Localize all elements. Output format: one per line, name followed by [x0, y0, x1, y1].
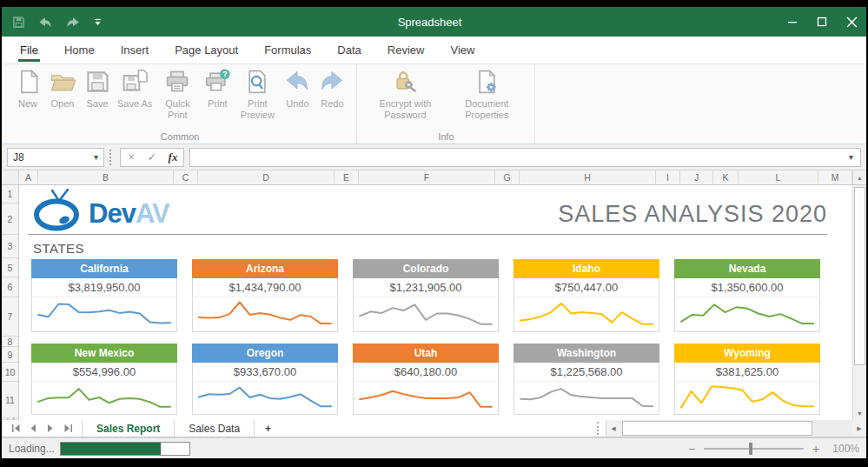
ribbon-new-button[interactable]: New [13, 69, 43, 110]
formula-bar: J8 ▾ × ✓ fx ▾ [2, 144, 866, 170]
ribbon-save-button[interactable]: Save [83, 69, 112, 110]
sparkline-chart [354, 382, 498, 414]
tab-scroll-splitter[interactable] [597, 422, 604, 435]
column-header-k[interactable]: K [713, 170, 739, 185]
row-header-9[interactable]: 9 [2, 347, 19, 363]
column-header-i[interactable]: I [656, 170, 680, 185]
row-header-11[interactable]: 11 [2, 382, 19, 418]
scroll-up-icon[interactable]: ▲ [852, 170, 866, 185]
minimize-button[interactable] [778, 7, 807, 37]
row-header-8[interactable]: 8 [2, 337, 19, 347]
first-sheet-button[interactable] [9, 423, 23, 435]
devav-logo-text: DevAV [89, 198, 169, 230]
state-card-value: $933,670.00 [192, 363, 338, 382]
menu-tab-home[interactable]: Home [51, 37, 108, 63]
menu-tab-formulas[interactable]: Formulas [251, 37, 324, 63]
formula-bar-splitter[interactable] [109, 150, 115, 165]
ribbon-undo-button[interactable]: Undo [282, 69, 312, 110]
menu-tab-insert[interactable]: Insert [108, 37, 162, 63]
state-card-sparkline [674, 297, 820, 332]
namebox-dropdown-icon[interactable]: ▾ [94, 152, 98, 162]
cancel-entry-button[interactable]: × [121, 150, 142, 163]
row-header-7[interactable]: 7 [2, 297, 19, 337]
scroll-left-icon[interactable]: ◀ [606, 420, 620, 437]
formula-input[interactable]: ▾ [189, 148, 861, 167]
ribbon-print-preview-button[interactable]: Print Preview [237, 69, 277, 120]
menu-tab-page-layout[interactable]: Page Layout [162, 37, 251, 63]
quick-save-icon[interactable] [12, 16, 25, 29]
ribbon-save-as-label: Save As [117, 98, 152, 110]
scroll-right-icon[interactable]: ▶ [852, 420, 866, 437]
confirm-entry-button[interactable]: ✓ [142, 150, 162, 163]
previous-sheet-button[interactable] [26, 423, 40, 435]
ribbon-tab-strip: FileHomeInsertPage LayoutFormulasDataRev… [2, 37, 866, 64]
ribbon-print-button[interactable]: ?Print [202, 69, 232, 110]
state-card-value: $3,819,950.00 [31, 278, 177, 297]
quick-redo-icon[interactable] [65, 16, 81, 29]
column-header-l[interactable]: L [739, 170, 818, 185]
customize-toolbar-dropdown-icon[interactable] [93, 17, 103, 27]
zoom-slider-handle[interactable] [749, 443, 752, 455]
vertical-scrollbar-thumb[interactable] [854, 187, 865, 365]
last-sheet-button[interactable] [61, 423, 75, 435]
column-header-g[interactable]: G [495, 170, 520, 185]
row-header-1[interactable]: 1 [2, 185, 19, 203]
column-header-h[interactable]: H [520, 170, 656, 185]
column-header-b[interactable]: B [38, 170, 174, 185]
menu-tab-view[interactable]: View [437, 37, 487, 63]
column-header-a[interactable]: A [19, 170, 38, 185]
row-header-3[interactable]: 3 [2, 235, 19, 258]
zoom-in-button[interactable]: + [811, 442, 821, 456]
menu-tab-review[interactable]: Review [374, 37, 438, 63]
select-all-corner[interactable] [2, 170, 19, 185]
ribbon: NewOpenSaveSave AsQuick Print?PrintPrint… [2, 64, 866, 144]
row-header-6[interactable]: 6 [2, 277, 19, 297]
scroll-down-icon[interactable]: ▼ [853, 406, 866, 420]
grid-area: 12356789101112 DevAV SALES ANALYSIS 2020… [2, 185, 866, 420]
sheet-tab-sales-report[interactable]: Sales Report [82, 420, 175, 437]
horizontal-scrollbar-thumb[interactable] [622, 421, 812, 436]
horizontal-scroll-track[interactable] [620, 420, 852, 437]
ribbon-redo-button[interactable]: Redo [317, 69, 347, 110]
ribbon-quick-print-button[interactable]: Quick Print [157, 69, 197, 120]
name-box[interactable]: J8 ▾ [7, 148, 104, 167]
row-header-2[interactable]: 2 [2, 203, 19, 235]
title-bar[interactable]: Spreadsheet [2, 7, 866, 37]
floppy-icon [83, 69, 112, 97]
ribbon-group-label: Common [3, 131, 356, 142]
row-header-10[interactable]: 10 [2, 363, 19, 382]
sheet-canvas[interactable]: DevAV SALES ANALYSIS 2020 STATES Califor… [19, 185, 852, 420]
column-header-m[interactable]: M [818, 170, 852, 185]
column-header-c[interactable]: C [174, 170, 198, 185]
sheet-tab-bar: Sales ReportSales Data+ ◀ ▶ [2, 420, 866, 437]
row-headers: 12356789101112 [2, 185, 19, 420]
sheet-tab-sales-data[interactable]: Sales Data [175, 420, 255, 437]
state-card-value: $1,434,790.00 [192, 278, 338, 297]
state-cards-row-1: California$3,819,950.00Arizona$1,434,790… [31, 259, 820, 332]
ribbon-encrypt-with-password-button[interactable]: Encrypt with Password [367, 69, 443, 120]
state-card-value: $1,225,568.00 [514, 363, 659, 382]
column-header-f[interactable]: F [359, 170, 495, 185]
ribbon-open-button[interactable]: Open [48, 69, 77, 110]
ribbon-save-as-button[interactable]: Save As [117, 69, 152, 110]
column-header-d[interactable]: D [198, 170, 335, 185]
menu-tab-file[interactable]: File [7, 37, 51, 63]
insert-function-button[interactable]: fx [162, 150, 183, 164]
zoom-out-button[interactable]: − [686, 442, 697, 456]
formula-expand-icon[interactable]: ▾ [849, 152, 853, 162]
maximize-button[interactable] [807, 7, 837, 37]
zoom-slider[interactable] [704, 448, 804, 450]
column-header-j[interactable]: J [680, 170, 713, 185]
ribbon-document-properties-button[interactable]: Document Properties [448, 69, 525, 120]
column-header-e[interactable]: E [335, 170, 359, 185]
horizontal-scrollbar[interactable]: ◀ ▶ [606, 420, 866, 437]
state-card-sparkline [31, 382, 177, 415]
menu-tab-data[interactable]: Data [324, 37, 374, 63]
quick-undo-icon[interactable] [37, 16, 53, 29]
ribbon-document-properties-label: Document Properties [448, 98, 525, 120]
vertical-scrollbar[interactable]: ▼ [852, 185, 866, 420]
row-header-5[interactable]: 5 [2, 258, 19, 277]
close-button[interactable] [837, 7, 866, 37]
add-sheet-button[interactable]: + [255, 420, 282, 437]
next-sheet-button[interactable] [43, 423, 57, 435]
